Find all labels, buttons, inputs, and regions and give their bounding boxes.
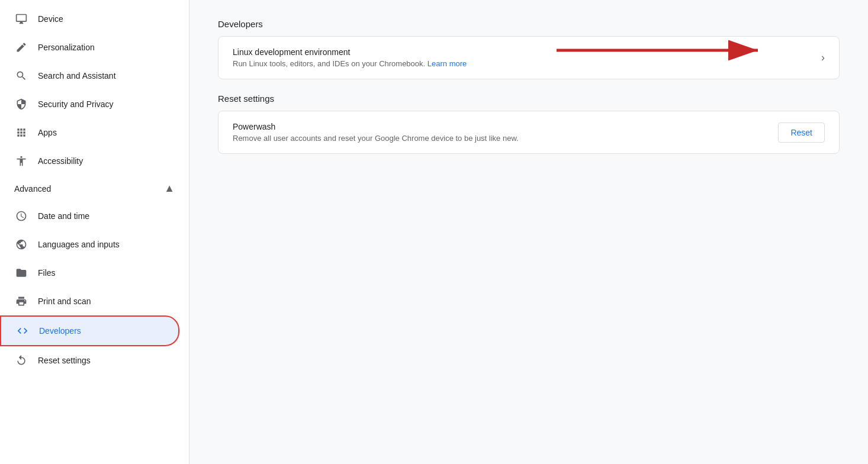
developers-section-title: Developers	[218, 19, 840, 29]
powerwash-row: Powerwash Remove all user accounts and r…	[218, 111, 839, 153]
linux-dev-text: Linux development environment Run Linux …	[233, 47, 812, 68]
monitor-icon	[14, 12, 28, 26]
reset-settings-section-title: Reset settings	[218, 94, 840, 104]
sidebar-item-date-and-time[interactable]: Date and time	[0, 202, 179, 230]
sidebar-item-device[interactable]: Device	[0, 5, 179, 33]
sidebar-item-files-label: Files	[38, 268, 56, 278]
sidebar-item-developers-label: Developers	[39, 326, 81, 336]
sidebar-item-search-and-assistant[interactable]: Search and Assistant	[0, 62, 179, 90]
sidebar-item-print-and-scan-label: Print and scan	[38, 297, 91, 306]
code-icon	[15, 324, 30, 338]
sidebar-item-accessibility-label: Accessibility	[38, 156, 83, 166]
sidebar-item-reset-settings-label: Reset settings	[38, 356, 91, 365]
sidebar-item-print-and-scan[interactable]: Print and scan	[0, 287, 179, 315]
linux-dev-card: Linux development environment Run Linux …	[218, 36, 840, 79]
advanced-section-label: Advanced	[14, 184, 155, 194]
powerwash-desc: Remove all user accounts and reset your …	[233, 134, 769, 143]
linux-dev-title: Linux development environment	[233, 47, 812, 57]
pencil-icon	[14, 40, 28, 54]
linux-dev-desc: Run Linux tools, editors, and IDEs on yo…	[233, 59, 812, 68]
sidebar-item-developers[interactable]: Developers	[0, 315, 179, 346]
powerwash-card: Powerwash Remove all user accounts and r…	[218, 111, 840, 154]
search-icon	[14, 69, 28, 83]
sidebar: Device Personalization Search and Assist…	[0, 0, 189, 464]
linux-dev-row[interactable]: Linux development environment Run Linux …	[218, 37, 839, 79]
linux-dev-desc-text: Run Linux tools, editors, and IDEs on yo…	[233, 59, 427, 68]
accessibility-icon	[14, 154, 28, 168]
globe-icon	[14, 237, 28, 252]
sidebar-item-security-and-privacy[interactable]: Security and Privacy	[0, 90, 179, 118]
sidebar-item-languages-and-inputs-label: Languages and inputs	[38, 240, 120, 249]
reset-icon	[14, 353, 28, 368]
powerwash-title: Powerwash	[233, 122, 769, 131]
advanced-section-header[interactable]: Advanced ▲	[0, 175, 189, 202]
sidebar-item-date-and-time-label: Date and time	[38, 211, 89, 221]
chevron-up-icon: ▲	[164, 182, 175, 195]
sidebar-item-apps-label: Apps	[38, 128, 57, 137]
sidebar-item-languages-and-inputs[interactable]: Languages and inputs	[0, 230, 179, 259]
shield-icon	[14, 97, 28, 111]
sidebar-item-search-and-assistant-label: Search and Assistant	[38, 71, 116, 80]
sidebar-item-personalization[interactable]: Personalization	[0, 33, 179, 62]
grid-icon	[14, 125, 28, 140]
clock-icon	[14, 209, 28, 223]
folder-icon	[14, 266, 28, 280]
chevron-right-icon: ›	[821, 51, 825, 64]
main-content: Developers Linux development environment…	[189, 0, 868, 464]
printer-icon	[14, 294, 28, 308]
powerwash-text: Powerwash Remove all user accounts and r…	[233, 122, 769, 143]
sidebar-item-apps[interactable]: Apps	[0, 118, 179, 147]
sidebar-item-accessibility[interactable]: Accessibility	[0, 147, 179, 175]
learn-more-link[interactable]: Learn more	[427, 59, 467, 68]
sidebar-item-security-and-privacy-label: Security and Privacy	[38, 99, 114, 109]
sidebar-item-files[interactable]: Files	[0, 259, 179, 287]
sidebar-item-reset-settings[interactable]: Reset settings	[0, 346, 179, 375]
reset-button[interactable]: Reset	[778, 123, 825, 143]
sidebar-item-personalization-label: Personalization	[38, 43, 95, 52]
sidebar-item-device-label: Device	[38, 14, 63, 24]
